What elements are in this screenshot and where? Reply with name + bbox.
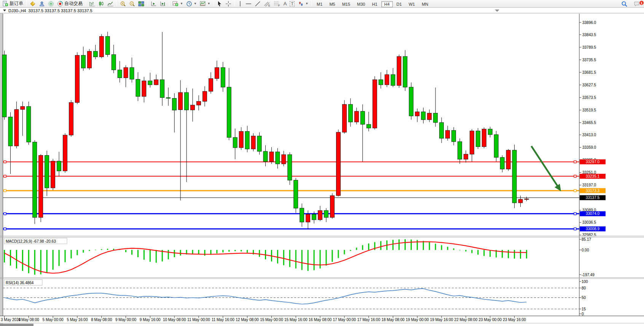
arrows-tool-button[interactable]: ▼ xyxy=(296,0,310,7)
horizontal-scrollbar-thumb[interactable] xyxy=(0,324,33,326)
hline-handle[interactable] xyxy=(574,228,576,230)
signals-button[interactable] xyxy=(46,0,56,7)
timeframe-m15-button[interactable]: M15 xyxy=(339,1,353,7)
chart-canvas[interactable]: 33896.033843.533789.533735.533681.533627… xyxy=(0,0,644,326)
macd-label: MACD(12,26,9) -67.98 -20.63 xyxy=(6,239,56,243)
candle-body xyxy=(45,155,49,188)
macd-histogram-bar xyxy=(508,250,509,258)
macd-histogram-bar xyxy=(259,250,260,257)
candle-body xyxy=(276,152,280,164)
candle-body xyxy=(215,68,219,79)
time-axis-label: 19 May 16:00 xyxy=(430,318,453,322)
fibonacci-icon: F xyxy=(274,1,281,7)
candle-body xyxy=(142,81,146,97)
chart-menu-caret-icon[interactable] xyxy=(3,10,6,11)
horizontal-line-tool-button[interactable] xyxy=(244,0,253,7)
arrows-icon xyxy=(298,1,304,7)
fibonacci-tool-button[interactable]: F xyxy=(272,0,282,7)
candle-body xyxy=(288,154,292,180)
hline-handle[interactable] xyxy=(574,213,576,215)
macd-histogram-bar xyxy=(405,239,406,250)
macd-histogram-bar xyxy=(362,245,363,250)
candle-body xyxy=(476,131,480,147)
macd-histogram-bar xyxy=(228,250,230,252)
toolbar-separator xyxy=(169,1,169,6)
hline-handle[interactable] xyxy=(4,175,6,177)
timeframe-h1-button[interactable]: H1 xyxy=(369,1,380,7)
price-axis-label: 33735.5 xyxy=(582,58,596,62)
candle-body xyxy=(440,122,444,138)
candle-body xyxy=(385,75,389,85)
market-watch-button[interactable] xyxy=(28,0,37,7)
crosshair-button[interactable] xyxy=(224,0,233,7)
timeframe-m5-button[interactable]: M5 xyxy=(326,1,338,7)
hline-handle[interactable] xyxy=(4,213,6,215)
bar-chart-button[interactable] xyxy=(88,0,97,7)
candle-body xyxy=(294,180,298,208)
toolbar-separator xyxy=(234,1,235,6)
indicators-button[interactable]: ▼ xyxy=(171,0,185,7)
candle-body xyxy=(263,151,268,162)
candle-body xyxy=(324,210,328,217)
auto-scroll-button[interactable] xyxy=(149,0,158,7)
time-axis-label: 23 May 16:00 xyxy=(503,318,526,322)
chart-shift-marker[interactable] xyxy=(495,10,499,12)
indicators-icon xyxy=(172,1,179,7)
hline-handle[interactable] xyxy=(4,161,6,163)
zoom-out-button[interactable] xyxy=(128,0,137,7)
macd-histogram-bar xyxy=(137,250,139,257)
timeframe-m30-button[interactable]: M30 xyxy=(354,1,368,7)
macd-histogram-bar xyxy=(247,250,248,253)
auto-trading-button[interactable]: 自动交易 xyxy=(56,0,84,7)
candle-body xyxy=(482,129,486,146)
timeframe-w1-button[interactable]: W1 xyxy=(406,1,418,7)
macd-histogram-bar xyxy=(392,240,394,250)
dropdown-arrow-icon: ▼ xyxy=(180,2,183,5)
timeframe-m1-button[interactable]: M1 xyxy=(314,1,325,7)
text-label-tool-button[interactable]: T xyxy=(288,0,296,7)
macd-histogram-bar xyxy=(368,243,369,250)
search-button[interactable] xyxy=(620,0,629,8)
svg-text:F: F xyxy=(278,4,280,7)
trendline-tool-button[interactable] xyxy=(253,0,262,7)
user-icon xyxy=(39,1,45,7)
candle-body xyxy=(39,155,43,217)
candle-body xyxy=(105,37,110,55)
hline-handle[interactable] xyxy=(574,175,576,177)
macd-histogram-bar xyxy=(53,250,54,270)
chart-shift-button[interactable] xyxy=(158,0,167,7)
cursor-button[interactable] xyxy=(215,0,224,7)
text-tool-button[interactable]: A xyxy=(282,0,289,7)
macd-histogram-bar xyxy=(113,249,114,250)
timeframe-d1-button[interactable]: D1 xyxy=(394,1,405,7)
hline-handle[interactable] xyxy=(4,228,6,230)
hline-handle[interactable] xyxy=(574,189,576,192)
equidistant-channel-tool-button[interactable]: E xyxy=(262,0,272,7)
tile-windows-button[interactable] xyxy=(137,0,146,7)
time-axis-label: 9 May 00:00 xyxy=(115,318,136,322)
candle-body xyxy=(403,56,407,87)
candlestick-chart-button[interactable] xyxy=(97,0,106,7)
trendline-icon xyxy=(255,1,261,7)
candle-body xyxy=(470,131,474,154)
hline-handle[interactable] xyxy=(4,189,6,192)
templates-button[interactable]: ▼ xyxy=(198,0,212,7)
price-axis-label: 33519.5 xyxy=(582,108,596,112)
community-button[interactable] xyxy=(37,0,46,7)
zoom-in-button[interactable] xyxy=(118,0,128,7)
price-axis-label: 33359.0 xyxy=(582,145,596,149)
auto-scroll-icon xyxy=(151,1,157,7)
timeframe-mn-button[interactable]: MN xyxy=(419,1,431,7)
periods-button[interactable]: ▼ xyxy=(185,0,198,7)
macd-histogram-bar xyxy=(234,250,236,251)
hline-handle[interactable] xyxy=(574,161,576,163)
price-axis-label: 33843.5 xyxy=(582,33,596,37)
rsi-axis-label: 100 xyxy=(582,280,588,284)
time-axis-label: 8 May 08:00 xyxy=(91,318,112,322)
vertical-line-tool-button[interactable] xyxy=(236,0,244,7)
new-order-button[interactable]: 新订单 xyxy=(1,0,25,7)
notifications-button[interactable]: 1 xyxy=(632,0,642,8)
line-chart-button[interactable] xyxy=(106,0,115,7)
candle-body xyxy=(118,70,122,78)
timeframe-h4-button[interactable]: H4 xyxy=(381,1,393,7)
